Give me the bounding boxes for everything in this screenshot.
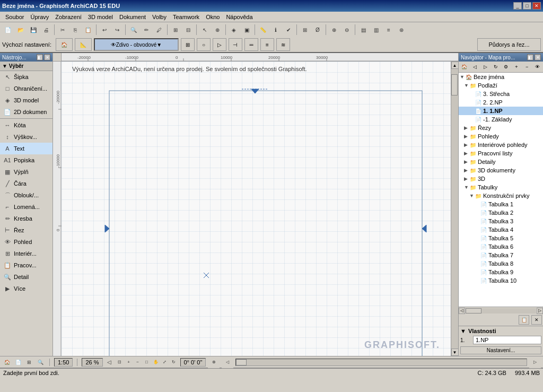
tree-konstr[interactable]: ▼ 📁 Konstrukční prvky bbox=[459, 191, 543, 200]
full-screen[interactable]: ⤢ bbox=[161, 358, 169, 367]
tool-3dmodel[interactable]: ◈ 3D model bbox=[0, 94, 52, 106]
tree-tab9[interactable]: 📄 Tabulka 9 bbox=[459, 268, 543, 276]
menu-okno[interactable]: Okno bbox=[203, 13, 223, 21]
tb-pencil[interactable]: ✏ bbox=[141, 24, 152, 36]
menu-upravy[interactable]: Úpravy bbox=[27, 13, 52, 21]
nav-new[interactable]: + bbox=[512, 63, 521, 71]
tool-oblouk[interactable]: ⌒ Oblouk/... bbox=[0, 189, 52, 201]
tb-measure[interactable]: 📏 bbox=[257, 24, 269, 36]
status-icon6[interactable]: ◁ bbox=[222, 356, 233, 368]
scroll-left-btn[interactable]: ◁ bbox=[459, 308, 465, 314]
scroll-track-v[interactable] bbox=[451, 69, 458, 349]
tb-new[interactable]: 📄 bbox=[2, 24, 14, 36]
tree-2np[interactable]: 📄 2. 2.NP bbox=[459, 98, 543, 107]
ctx-b1[interactable]: ⊞ bbox=[181, 38, 195, 51]
nav-view[interactable]: 👁 bbox=[532, 63, 542, 71]
status-icon4[interactable]: 🔍 bbox=[36, 358, 45, 367]
tool-rez[interactable]: ⊢ Řez bbox=[0, 224, 52, 236]
ctx-mode[interactable]: 👁 Zdivo - obvodové ▼ bbox=[94, 38, 179, 51]
minimize-button[interactable]: _ bbox=[513, 2, 522, 10]
ctx-b4[interactable]: ⊣ bbox=[229, 38, 242, 51]
tree-tab7[interactable]: 📄 Tabulka 7 bbox=[459, 251, 543, 259]
scroll-up-btn[interactable]: ▲ bbox=[451, 62, 459, 69]
sidebar-float-btn[interactable]: ◧ bbox=[37, 54, 43, 60]
tree-tab2[interactable]: 📄 Tabulka 2 bbox=[459, 208, 543, 217]
tool-lomená[interactable]: ⌐ Lomená... bbox=[0, 201, 52, 213]
tb-misc4[interactable]: ⊛ bbox=[396, 24, 407, 36]
tb-zoom-in[interactable]: ⊕ bbox=[328, 24, 340, 36]
tree-tab10[interactable]: 📄 Tabulka 10 bbox=[459, 276, 543, 285]
scroll-right-btn[interactable]: ▷ bbox=[537, 308, 543, 314]
menu-zobrazeni[interactable]: Zobrazení bbox=[52, 13, 85, 21]
menu-dokument[interactable]: Dokument bbox=[116, 13, 149, 21]
tree-interier[interactable]: ▶ 📁 Interiérové pohledy bbox=[459, 141, 543, 149]
ctx-b5[interactable]: ═ bbox=[244, 38, 258, 51]
scroll-track-h[interactable] bbox=[466, 308, 536, 313]
status-icon5[interactable]: ⊕ bbox=[208, 356, 220, 368]
tool-vypln[interactable]: ▦ Výplň bbox=[0, 166, 52, 178]
tool-vice[interactable]: ▶ Více bbox=[0, 283, 52, 294]
menu-napoveda[interactable]: Nápověda bbox=[223, 13, 256, 21]
tree-tab8[interactable]: 📄 Tabulka 8 bbox=[459, 259, 543, 268]
ctx-elevation[interactable]: 📐 bbox=[75, 38, 92, 51]
tb-check[interactable]: ✔ bbox=[283, 24, 294, 36]
tb-move[interactable]: ⊕ bbox=[212, 24, 223, 36]
tree-1np[interactable]: 📄 1. 1.NP bbox=[459, 107, 543, 115]
zoom-in-btn[interactable]: + bbox=[125, 358, 133, 367]
tb-misc1[interactable]: ▤ bbox=[357, 24, 369, 36]
h-scrollbar-canvas[interactable] bbox=[235, 359, 527, 366]
status-icon2[interactable]: 📄 bbox=[13, 358, 23, 367]
zoom-out-btn[interactable]: − bbox=[134, 358, 142, 367]
nav-back[interactable]: ◁ bbox=[470, 63, 480, 71]
tool-text[interactable]: A Text bbox=[0, 143, 52, 154]
tb-render[interactable]: ▣ bbox=[241, 24, 252, 36]
nav-fwd[interactable]: ▷ bbox=[480, 63, 490, 71]
tree-strecha[interactable]: 📄 3. Střecha bbox=[459, 90, 543, 98]
tool-pracov[interactable]: 📋 Pracov... bbox=[0, 259, 52, 271]
tree-rezy[interactable]: ▶ 📁 Řezy bbox=[459, 124, 543, 132]
tb-find[interactable]: 🔍 bbox=[128, 24, 139, 36]
zoom-fit[interactable]: ⊡ bbox=[116, 358, 124, 367]
ctx-b6[interactable]: ≡ bbox=[260, 38, 274, 51]
tb-select[interactable]: ↖ bbox=[199, 24, 211, 36]
tb-info[interactable]: ℹ bbox=[270, 24, 282, 36]
h-scroll-right[interactable]: ▷ bbox=[529, 356, 541, 368]
tb-layer[interactable]: ⊞ bbox=[299, 24, 311, 36]
tree-root[interactable]: ▼ 🏠 Beze jména bbox=[459, 73, 543, 81]
tb-misc3[interactable]: ≡ bbox=[383, 24, 395, 36]
menu-3dmodel[interactable]: 3D model bbox=[85, 13, 116, 21]
nav-float-btn[interactable]: ◧ bbox=[527, 54, 533, 60]
tree-pohledy[interactable]: ▶ 📁 Pohledy bbox=[459, 132, 543, 141]
tree-3d[interactable]: ▶ 📁 3D bbox=[459, 175, 543, 183]
ctx-b3[interactable]: ▷ bbox=[213, 38, 226, 51]
properties-button[interactable]: Nastavení... bbox=[460, 346, 541, 354]
tb-zoom-out[interactable]: ⊖ bbox=[341, 24, 353, 36]
tb-undo[interactable]: ↩ bbox=[99, 24, 110, 36]
tool-group-vybr[interactable]: ▼ Výběr bbox=[0, 62, 52, 71]
status-icon1[interactable]: 🏠 bbox=[2, 358, 12, 367]
tree-zaklady[interactable]: 📄 -1. Základy bbox=[459, 115, 543, 124]
nav-refresh[interactable]: ↻ bbox=[491, 63, 501, 71]
tool-cara[interactable]: ╱ Čára bbox=[0, 178, 52, 189]
tree-3ddoc[interactable]: ▶ 📁 3D dokumenty bbox=[459, 166, 543, 175]
vertical-scrollbar[interactable]: ▲ ▼ bbox=[451, 62, 458, 356]
ctx-floor-section-btn[interactable]: Půdorys a řez... bbox=[477, 38, 541, 51]
tb-format[interactable]: Ø bbox=[312, 24, 323, 36]
tb-save[interactable]: 💾 bbox=[28, 24, 39, 36]
status-icon3[interactable]: ⊞ bbox=[24, 358, 34, 367]
nav-settings[interactable]: ⚙ bbox=[502, 63, 511, 71]
tb-3d[interactable]: ◈ bbox=[228, 24, 240, 36]
tb-copy[interactable]: ⎘ bbox=[69, 24, 81, 36]
tool-popiska[interactable]: A1 Popiska bbox=[0, 154, 52, 166]
tree-tab6[interactable]: 📄 Tabulka 6 bbox=[459, 242, 543, 251]
nav-home[interactable]: 🏠 bbox=[460, 63, 469, 71]
scroll-down-btn[interactable]: ▼ bbox=[451, 349, 459, 356]
tb-redo[interactable]: ↪ bbox=[111, 24, 123, 36]
tool-vyskov[interactable]: ↕ Výškov... bbox=[0, 131, 52, 143]
status-nav-left[interactable]: ◁ bbox=[105, 358, 113, 367]
menu-volby[interactable]: Volby bbox=[149, 13, 170, 21]
tool-kresba[interactable]: ✏ Kresba bbox=[0, 213, 52, 224]
tree-tab5[interactable]: 📄 Tabulka 5 bbox=[459, 234, 543, 242]
nav-scrollbar-h[interactable]: ◁ ▷ bbox=[459, 307, 543, 314]
ctx-floor-plan[interactable]: 🏠 bbox=[56, 38, 73, 51]
